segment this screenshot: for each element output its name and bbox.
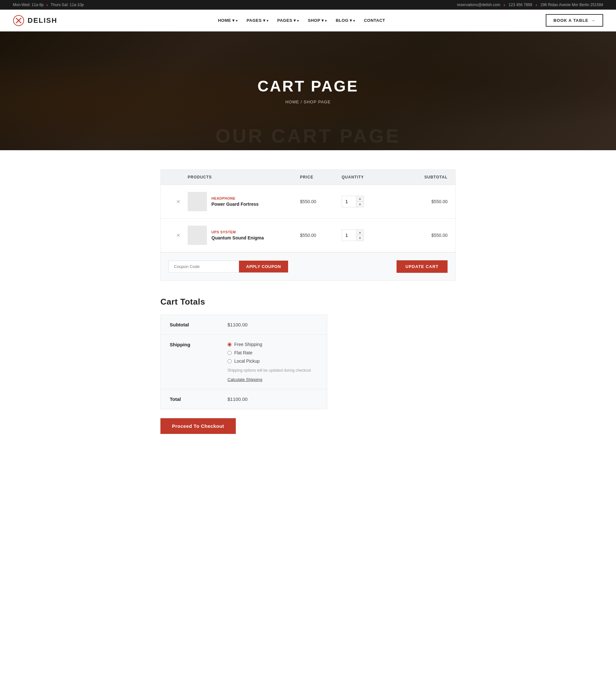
shipping-label-free: Free Shipping [234,342,262,347]
main-content: PRODUCTS PRICE QUANTITY SUBTOTAL ✕ HEADP… [154,170,462,434]
subtotal-value: $1100.00 [228,322,318,327]
product-qty-2: ▲ ▼ [342,229,406,241]
remove-item-2-button[interactable]: ✕ [168,232,188,238]
table-row: ✕ HEADPHONE Power Guard Fortress $550.00… [161,185,455,219]
breadcrumb: HOME / SHOP PAGE [257,100,358,104]
cart-totals-title: Cart Totals [160,297,456,307]
nav-home[interactable]: HOME ▾ [218,18,237,23]
nav-shop[interactable]: SHOP ▾ [308,18,327,23]
topbar-address: 296 Ridao Avenie Mor Berlin 251584 [540,3,603,7]
product-info-1: HEADPHONE Power Guard Fortress [188,192,300,211]
coupon-input[interactable] [168,261,239,272]
nav-pages1[interactable]: PAGES ▾ [247,18,268,23]
breadcrumb-home[interactable]: HOME [285,100,299,104]
cart-table: PRODUCTS PRICE QUANTITY SUBTOTAL ✕ HEADP… [160,170,456,281]
nav-pages2[interactable]: PAGES ▾ [277,18,299,23]
calculate-shipping-link[interactable]: Calculate Shipping [228,377,262,382]
topbar-left: Mon-Wed: 11a-9p ● Thurs-Sat: 11a-10p [13,3,84,7]
subtotal-row: Subtotal $1100.00 [161,315,327,335]
topbar-hours2: Thurs-Sat: 11a-10p [51,3,84,7]
shipping-label-local: Local Pickup [234,358,260,364]
qty-up-2[interactable]: ▲ [356,230,364,235]
hero-watermark: OUR CART PAGE [216,125,401,147]
shipping-label-flat: Flat Rate [234,350,252,355]
remove-item-1-button[interactable]: ✕ [168,199,188,205]
topbar-dot2: ● [503,3,505,7]
qty-input-1[interactable] [342,196,356,207]
total-value: $1100.00 [228,397,318,402]
shipping-options-list: Free Shipping Flat Rate Local Pickup [228,342,318,364]
logo-icon [13,15,24,26]
product-subtotal-2: $550.00 [406,233,448,238]
product-info-2: UPS SYSTEM Quantum Sound Enigma [188,226,300,245]
product-name-1: Power Guard Fortress [212,202,259,207]
product-category-2: UPS SYSTEM [212,230,264,234]
col-price: PRICE [300,175,342,180]
qty-input-wrap-1: ▲ ▼ [342,196,364,207]
nav-blog[interactable]: BLOG ▾ [336,18,355,23]
cart-table-header: PRODUCTS PRICE QUANTITY SUBTOTAL [161,170,455,185]
table-row: ✕ UPS SYSTEM Quantum Sound Enigma $550.0… [161,219,455,252]
topbar-email: reservations@delish.com [457,3,500,7]
hero-title: CART PAGE [257,77,358,95]
breadcrumb-sep: / [299,100,303,104]
topbar-dot3: ● [535,3,537,7]
qty-input-wrap-2: ▲ ▼ [342,229,364,241]
topbar: Mon-Wed: 11a-9p ● Thurs-Sat: 11a-10p res… [0,0,616,10]
shipping-option-local[interactable]: Local Pickup [228,358,318,364]
qty-down-1[interactable]: ▼ [356,202,364,207]
product-details-1: HEADPHONE Power Guard Fortress [212,197,259,207]
subtotal-label: Subtotal [170,322,228,327]
qty-arrows-1: ▲ ▼ [356,196,364,207]
book-table-label: BOOK A TABLE [553,18,588,23]
col-subtotal: SUBTOTAL [406,175,448,180]
hero-section: CART PAGE HOME / SHOP PAGE OUR CART PAGE [0,31,616,150]
logo-text: DELISH [28,16,57,25]
nav-links: HOME ▾ PAGES ▾ PAGES ▾ SHOP ▾ BLOG ▾ CON… [218,18,385,23]
qty-up-1[interactable]: ▲ [356,196,364,202]
product-thumbnail-2 [188,226,207,245]
product-subtotal-1: $550.00 [406,199,448,204]
topbar-dot1: ● [46,3,48,7]
logo[interactable]: DELISH [13,15,57,26]
apply-coupon-button[interactable]: Apply Coupon [239,261,288,272]
col-remove [168,175,188,180]
coupon-row: Apply Coupon UPDATE CART [161,252,455,280]
shipping-option-flat[interactable]: Flat Rate [228,350,318,355]
proceed-to-checkout-button[interactable]: Proceed To Checkout [160,418,236,434]
product-price-2: $550.00 [300,233,342,238]
product-thumbnail-1 [188,192,207,211]
totals-box: Subtotal $1100.00 Shipping Free Shipping… [160,315,327,409]
product-details-2: UPS SYSTEM Quantum Sound Enigma [212,230,264,240]
shipping-option-free[interactable]: Free Shipping [228,342,318,347]
shipping-note: Shipping options will be updated during … [228,367,318,373]
topbar-hours1: Mon-Wed: 11a-9p [13,3,44,7]
qty-down-2[interactable]: ▼ [356,235,364,241]
hero-content: CART PAGE HOME / SHOP PAGE [257,77,358,104]
col-quantity: QUANTITY [342,175,406,180]
total-label: Total [170,397,228,402]
product-category-1: HEADPHONE [212,197,259,200]
shipping-label: Shipping [170,342,228,347]
update-cart-button[interactable]: UPDATE CART [396,260,448,273]
shipping-radio-flat[interactable] [228,351,232,355]
total-row: Total $1100.00 [161,389,327,409]
product-price-1: $550.00 [300,199,342,204]
col-products: PRODUCTS [188,175,300,180]
coupon-left: Apply Coupon [168,261,288,272]
book-table-arrow-icon: → [591,18,596,23]
nav-contact[interactable]: CONTACT [364,18,385,23]
shipping-options: Free Shipping Flat Rate Local Pickup Shi… [228,342,318,382]
shipping-radio-local[interactable] [228,359,232,363]
topbar-right: reservations@delish.com ● 123 456 7899 ●… [457,3,603,7]
navbar: DELISH HOME ▾ PAGES ▾ PAGES ▾ SHOP ▾ BLO… [0,10,616,31]
shipping-radio-free[interactable] [228,342,232,347]
shipping-row: Shipping Free Shipping Flat Rate [161,335,327,389]
product-qty-1: ▲ ▼ [342,196,406,207]
topbar-phone: 123 456 7899 [508,3,532,7]
book-table-button[interactable]: BOOK A TABLE → [546,14,603,27]
qty-arrows-2: ▲ ▼ [356,230,364,241]
qty-input-2[interactable] [342,230,356,241]
cart-totals-section: Cart Totals Subtotal $1100.00 Shipping F… [160,297,456,434]
product-name-2: Quantum Sound Enigma [212,235,264,240]
